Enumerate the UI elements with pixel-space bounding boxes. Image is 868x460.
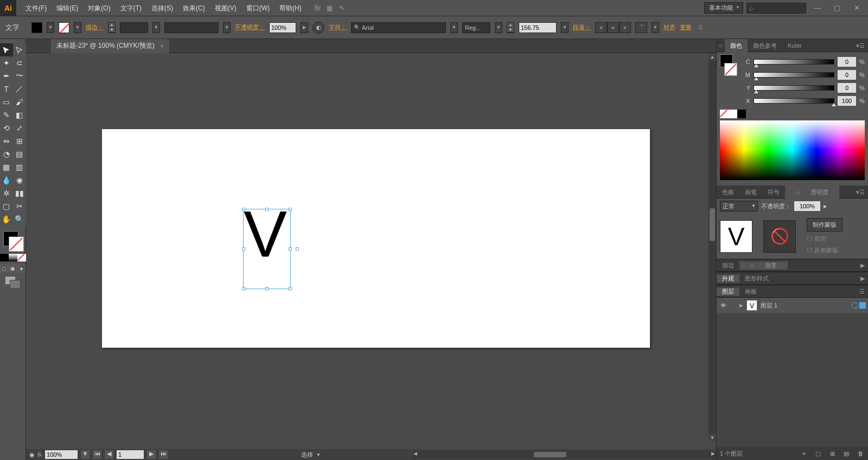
tab-kuler[interactable]: Kuler [782, 39, 807, 52]
horizontal-scrollbar[interactable]: ◀▶ [412, 451, 716, 458]
hand-tool[interactable]: ✋ [0, 213, 13, 226]
bridge-icon[interactable]: Br [312, 2, 324, 14]
selection-tool[interactable] [0, 43, 13, 56]
align-link[interactable]: 对齐 [663, 23, 675, 31]
options-overflow-icon[interactable]: ☰ [698, 25, 703, 30]
panel-menu-icon[interactable]: ▾☰ [853, 186, 868, 199]
warp-text-button[interactable]: ⌒ [635, 22, 647, 33]
align-left-button[interactable]: ≡ [595, 22, 607, 33]
layer-name[interactable]: 图层 1 [761, 302, 777, 310]
make-mask-button[interactable]: 制作蒙版 [807, 218, 843, 232]
text-object-selection[interactable]: V [243, 209, 291, 289]
tab-artboards[interactable]: 画板 [739, 288, 762, 296]
fill-dropdown[interactable]: ▼ [47, 22, 54, 33]
mask-preview[interactable]: 🚫 [763, 220, 796, 253]
k-slider[interactable] [754, 98, 834, 104]
color-mode-chips[interactable] [0, 254, 26, 261]
gradient-tool[interactable]: ▥ [13, 161, 26, 174]
artboard-number-field[interactable]: 1 [117, 450, 144, 459]
stroke-swatch[interactable] [59, 22, 69, 33]
tab-gradient[interactable]: ◇渐变 [739, 261, 788, 270]
disclosure-icon[interactable]: ▶ [739, 303, 743, 308]
blend-mode-dropdown[interactable]: 正常 [720, 201, 758, 212]
make-clipping-icon[interactable]: ▢ [814, 450, 822, 457]
prev-artboard-button[interactable]: ◀ [105, 450, 113, 459]
scale-tool[interactable]: ⤢ [13, 122, 26, 135]
share-icon[interactable]: ⎘ [38, 451, 42, 458]
align-center-button[interactable]: ≡ [607, 22, 619, 33]
mesh-tool[interactable]: ▦ [0, 161, 13, 174]
shape-builder-tool[interactable]: ◔ [0, 148, 13, 161]
eraser-tool[interactable]: ◧ [13, 108, 26, 122]
rectangle-tool[interactable]: ▭ [0, 95, 13, 108]
symbol-sprayer-tool[interactable]: ✲ [0, 187, 13, 200]
tab-stroke[interactable]: 描边 [717, 261, 739, 270]
opacity-field[interactable]: 100% [269, 22, 296, 33]
help-search-input[interactable]: ⌕ [746, 3, 806, 14]
stroke-weight-stepper[interactable]: ▲▼ [108, 22, 116, 33]
c-value[interactable]: 0 [838, 57, 856, 67]
slice-tool[interactable]: ✂ [13, 200, 26, 213]
m-slider[interactable] [754, 72, 834, 78]
y-value[interactable]: 0 [838, 83, 856, 93]
zoom-dropdown[interactable]: ▼ [81, 450, 90, 459]
none-white-black-chips[interactable] [720, 110, 865, 118]
clip-checkbox[interactable]: ☐剪切 [807, 235, 843, 243]
layer-item[interactable]: 👁 ▶ V 图层 1 [717, 298, 868, 313]
direct-selection-tool[interactable] [13, 43, 26, 56]
line-tool[interactable]: ／ [13, 82, 26, 95]
window-close[interactable]: ✕ [848, 2, 865, 14]
recolor-button[interactable]: ◐ [312, 22, 324, 34]
opacity-link[interactable]: 不透明度： [235, 23, 265, 31]
menu-view[interactable]: 视图(V) [210, 0, 241, 16]
fill-swatch[interactable] [31, 22, 42, 33]
magic-wand-tool[interactable]: ✦ [0, 56, 13, 69]
canvas[interactable]: V ▲▼ [26, 53, 716, 449]
window-maximize[interactable]: ▢ [829, 2, 845, 14]
free-transform-tool[interactable]: ⊞ [13, 135, 26, 148]
k-value[interactable]: 100 [838, 96, 856, 106]
tab-layers[interactable]: 图层 [717, 288, 739, 296]
invert-mask-checkbox[interactable]: ☐反相蒙版 [807, 246, 843, 254]
lasso-tool[interactable]: ⊂ [13, 56, 26, 69]
menu-help[interactable]: 帮助(H) [275, 0, 307, 16]
character-link[interactable]: 字符： [329, 23, 347, 31]
transform-link[interactable]: 变换 [680, 23, 692, 31]
pencil-tool[interactable]: ✎ [0, 108, 13, 122]
stroke-weight-field[interactable] [120, 22, 148, 33]
type-tool[interactable]: T [0, 82, 13, 95]
vertical-scrollbar[interactable]: ▲▼ [709, 53, 716, 442]
visibility-icon[interactable]: 👁 [719, 302, 727, 309]
menu-select[interactable]: 选择(S) [146, 0, 178, 16]
nav-icon[interactable]: ◉ [29, 451, 35, 458]
artboard-tool[interactable]: ▢ [0, 200, 13, 213]
first-artboard-button[interactable]: ⏮ [93, 450, 101, 459]
next-artboard-button[interactable]: ▶ [147, 450, 156, 459]
opacity-value[interactable]: 100% [794, 201, 820, 211]
panel-menu-icon[interactable]: ☰ [856, 288, 868, 295]
menu-object[interactable]: 对象(O) [83, 0, 115, 16]
locate-icon[interactable]: ⌖ [800, 450, 808, 457]
paragraph-link[interactable]: 段落： [573, 23, 591, 31]
tab-symbols[interactable]: 符号 [762, 186, 785, 199]
target-icon[interactable] [852, 302, 858, 309]
tab-brushes[interactable]: 画笔 [739, 186, 762, 199]
menu-window[interactable]: 窗口(W) [241, 0, 275, 16]
menu-type[interactable]: 文字(T) [116, 0, 146, 16]
font-size-stepper[interactable]: ▲▼ [507, 22, 514, 33]
font-family-field[interactable]: Arial [351, 22, 446, 33]
fill-stroke-colors[interactable] [1, 229, 25, 253]
menu-file[interactable]: 文件(F) [21, 0, 52, 16]
align-right-button[interactable]: ≡ [619, 22, 631, 33]
stroke-profile-field[interactable] [164, 22, 219, 33]
width-tool[interactable]: ⇔ [0, 135, 13, 148]
perspective-tool[interactable]: ▤ [13, 148, 26, 161]
zoom-field[interactable]: 100% [45, 450, 78, 459]
delete-layer-icon[interactable]: 🗑 [856, 450, 865, 457]
stroke-dropdown[interactable]: ▼ [74, 22, 81, 33]
close-tab-icon[interactable]: × [160, 42, 164, 50]
menu-edit[interactable]: 编辑(E) [52, 0, 83, 16]
blend-tool[interactable]: ◉ [13, 174, 26, 187]
curvature-tool[interactable]: 〜 [13, 69, 26, 82]
panel-menu-icon[interactable]: ▾☰ [853, 39, 868, 52]
